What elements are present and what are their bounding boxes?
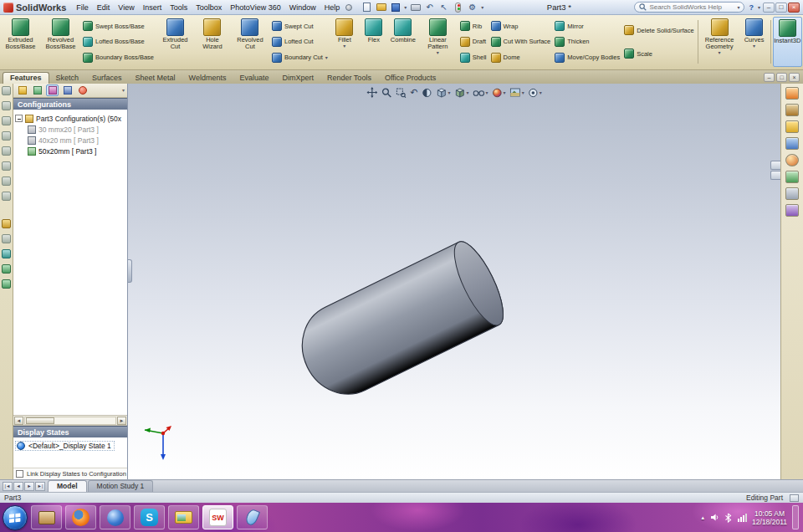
last-tab-button[interactable]: ►| [35, 482, 45, 491]
scroll-left-icon[interactable]: ◄ [14, 417, 23, 425]
menu-help[interactable]: Help [320, 3, 345, 13]
boundary-cut-caret-icon[interactable]: ▾ [325, 55, 328, 60]
tab-office-products[interactable]: Office Products [378, 73, 442, 84]
task-pane-collapse-icon[interactable] [770, 171, 780, 180]
scenes-icon[interactable] [785, 171, 799, 183]
scroll-right-icon[interactable]: ► [117, 417, 126, 425]
show-desktop-button[interactable] [792, 505, 799, 529]
configuration-manager-tab[interactable] [46, 84, 59, 96]
revolved-cut-button[interactable]: Revolved Cut [231, 17, 269, 67]
view-settings-caret-icon[interactable]: ▾ [540, 90, 542, 95]
menu-insert[interactable]: Insert [139, 3, 166, 13]
section-view-icon[interactable] [422, 88, 432, 98]
design-library-icon[interactable] [785, 104, 799, 116]
next-tab-button[interactable]: ► [24, 482, 34, 491]
left-toolbar-icon[interactable] [2, 192, 11, 201]
clock[interactable]: 10:05 AM 12/18/2011 [752, 509, 787, 526]
instant3d-toggle-button[interactable]: Instant3D [773, 17, 802, 67]
taskbar-item[interactable]: S [134, 505, 165, 529]
apply-scene-icon[interactable]: ▾ [510, 88, 524, 97]
menu-edit[interactable]: Edit [93, 3, 115, 13]
combine-button[interactable]: Combine [389, 17, 417, 67]
taskbar-item[interactable] [237, 505, 268, 529]
thicken-button[interactable]: Thicken [555, 37, 620, 47]
first-tab-button[interactable]: |◄ [3, 482, 13, 491]
tab-render-tools[interactable]: Render Tools [320, 73, 378, 84]
view-settings-icon[interactable]: ▾ [529, 88, 542, 98]
save-icon[interactable] [390, 2, 401, 13]
tab-sketch[interactable]: Sketch [49, 73, 86, 84]
display-style-icon[interactable]: ▾ [455, 87, 469, 98]
graphics-area[interactable]: ↶ ▾ ▾ ▾ ▾ ▾ ▾ [128, 84, 780, 479]
config-item-active[interactable]: 50x20mm [ Part3 ] [15, 146, 125, 156]
pan-icon[interactable] [366, 87, 377, 98]
help-caret-icon[interactable]: ▾ [758, 5, 760, 10]
revolved-boss-base-button[interactable]: Revolved Boss/Base [41, 17, 80, 67]
left-toolbar-icon[interactable] [2, 86, 11, 95]
taskbar-item[interactable] [31, 505, 62, 529]
taskbar-item-solidworks[interactable]: SW [202, 505, 233, 529]
left-toolbar-icon[interactable] [2, 264, 11, 274]
volume-icon[interactable] [710, 513, 719, 522]
left-toolbar-icon[interactable] [2, 249, 11, 258]
hide-show-caret-icon[interactable]: ▾ [486, 90, 488, 95]
options-caret-icon[interactable]: ▾ [481, 5, 483, 10]
tab-motion-study-1[interactable]: Motion Study 1 [88, 480, 154, 492]
lofted-cut-button[interactable]: Lofted Cut [272, 37, 328, 47]
left-toolbar-icon[interactable] [2, 131, 11, 141]
property-manager-tab[interactable] [31, 84, 43, 96]
cut-with-surface-button[interactable]: Cut With Surface [491, 37, 551, 47]
left-toolbar-icon[interactable] [2, 161, 11, 171]
scrollbar-track[interactable] [24, 417, 116, 425]
fillet-caret-icon[interactable]: ▾ [343, 43, 345, 49]
menu-window[interactable]: Window [285, 3, 320, 13]
manager-tabs-caret-icon[interactable]: ▾ [122, 88, 125, 93]
shell-button[interactable]: Shell [460, 53, 487, 63]
options-icon[interactable]: ⚙ [467, 2, 478, 13]
tab-features[interactable]: Features [3, 72, 49, 84]
reference-geometry-caret-icon[interactable]: ▾ [719, 50, 721, 55]
tab-evaluate[interactable]: Evaluate [233, 73, 275, 84]
view-orientation-caret-icon[interactable]: ▾ [448, 90, 451, 95]
minimize-button[interactable]: – [763, 3, 775, 13]
delete-solid-surface-button[interactable]: Delete Solid/Surface [624, 25, 693, 35]
menu-pin-icon[interactable] [345, 4, 352, 11]
linear-pattern-button[interactable]: Linear Pattern▾ [418, 17, 458, 67]
rebuild-icon[interactable] [453, 2, 463, 13]
display-manager-tab[interactable] [76, 84, 89, 96]
maximize-button[interactable]: □ [775, 3, 787, 13]
new-document-icon[interactable] [361, 2, 372, 13]
solidworks-resources-icon[interactable] [785, 87, 799, 100]
left-toolbar-icon[interactable] [2, 101, 11, 110]
tab-model[interactable]: Model [48, 480, 87, 492]
swept-cut-button[interactable]: Swept Cut [272, 21, 328, 31]
tab-dimxpert[interactable]: DimXpert [276, 73, 321, 84]
tab-weldments[interactable]: Weldments [182, 73, 233, 84]
link-display-states-checkbox[interactable] [16, 470, 23, 478]
wrap-button[interactable]: Wrap [491, 21, 551, 31]
rib-button[interactable]: Rib [460, 21, 487, 31]
show-hidden-icons-button[interactable]: ▲ [700, 515, 705, 520]
scene-caret-icon[interactable]: ▾ [522, 90, 524, 95]
doc-close-button[interactable]: × [789, 73, 800, 82]
scale-button[interactable]: Scale [624, 49, 693, 59]
menu-toolbox[interactable]: Toolbox [192, 3, 226, 13]
display-state-item[interactable]: <Default>_Display State 1 [15, 441, 115, 451]
zoom-to-area-icon[interactable] [396, 88, 406, 98]
left-toolbar-icon[interactable] [2, 176, 11, 186]
file-explorer-icon[interactable] [785, 120, 799, 133]
zoom-to-fit-icon[interactable] [381, 88, 391, 98]
left-toolbar-icon[interactable] [2, 219, 11, 228]
fillet-button[interactable]: Fillet▾ [330, 17, 359, 67]
hide-show-items-icon[interactable]: ▾ [473, 89, 488, 97]
task-pane-handle[interactable] [770, 161, 780, 180]
menu-view[interactable]: View [114, 3, 138, 13]
flex-button[interactable]: Flex [360, 17, 388, 67]
open-icon[interactable] [376, 2, 386, 13]
doc-minimize-button[interactable]: – [764, 73, 775, 82]
menu-file[interactable]: File [72, 3, 93, 13]
bluetooth-icon[interactable] [724, 513, 732, 523]
edit-appearance-icon[interactable]: ▾ [493, 88, 506, 98]
config-item[interactable]: 30 mmx20 [ Part3 ] [15, 124, 125, 135]
search-input[interactable] [649, 3, 734, 11]
